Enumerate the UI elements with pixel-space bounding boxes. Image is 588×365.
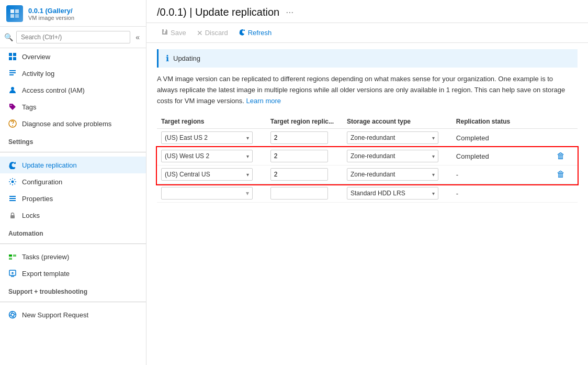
chevron-down-icon: ▾ [432, 135, 435, 141]
svg-rect-17 [9, 200, 16, 201]
storage-value-3: Standard HDD LRS [350, 190, 405, 197]
learn-more-link[interactable]: Learn more [246, 97, 281, 105]
diagnose-icon [8, 119, 17, 128]
replicas-input-1[interactable] [270, 150, 328, 162]
svg-rect-16 [9, 198, 16, 199]
chevron-down-icon: ▾ [246, 135, 249, 141]
status-2: - [456, 171, 458, 179]
overview-icon [8, 52, 17, 61]
sidebar-item-export[interactable]: Export template [0, 265, 146, 282]
replicas-input-2[interactable] [270, 168, 328, 181]
col-header-replicas: Target region replic... [266, 115, 343, 129]
region-select-3[interactable]: ▾ [161, 187, 253, 200]
svg-point-13 [12, 125, 13, 126]
storage-select-2[interactable]: Zone-redundant ▾ [347, 168, 438, 181]
sidebar-item-overview[interactable]: Overview [0, 48, 146, 65]
more-options-icon[interactable]: ··· [286, 7, 293, 18]
sidebar-item-activity-log-label: Activity log [22, 70, 54, 78]
info-icon: ℹ [166, 53, 169, 63]
sidebar-item-tags-label: Tags [22, 103, 36, 111]
chevron-down-icon: ▾ [246, 153, 249, 159]
sidebar-item-tasks[interactable]: Tasks (preview) [0, 248, 146, 265]
export-icon [8, 269, 17, 278]
automation-section-label: Automation [0, 224, 146, 239]
chevron-down-icon: ▾ [432, 172, 435, 178]
description-text: A VM image version can be replicated to … [157, 74, 575, 106]
region-select-0[interactable]: (US) East US 2 ▾ [161, 131, 253, 144]
refresh-button[interactable]: Refresh [234, 26, 276, 39]
lock-icon [8, 211, 17, 219]
storage-select-3[interactable]: Standard HDD LRS ▾ [347, 187, 438, 200]
status-3: - [456, 190, 458, 197]
sidebar-item-iam[interactable]: Access control (IAM) [0, 82, 146, 98]
table-row: ▾ Standard HDD LRS ▾ - [157, 184, 578, 203]
iam-icon [8, 86, 17, 94]
replicas-input-0[interactable] [270, 131, 328, 144]
svg-rect-2 [10, 14, 14, 18]
table-row: (US) East US 2 ▾ Zone-redundant ▾ [157, 129, 578, 147]
sidebar-item-update-replication[interactable]: Update replication [0, 157, 146, 173]
page-title: /0.0.1) | Update replication [157, 6, 279, 18]
save-icon [161, 28, 168, 37]
main-panel: /0.0.1) | Update replication ··· Save ✕ … [146, 0, 588, 365]
content-area: ℹ Updating A VM image version can be rep… [146, 43, 588, 365]
sidebar-item-iam-label: Access control (IAM) [22, 86, 85, 94]
svg-point-11 [11, 87, 14, 90]
discard-button[interactable]: ✕ Discard [193, 27, 232, 39]
svg-rect-6 [9, 57, 12, 60]
sidebar-item-diagnose-label: Diagnose and solve problems [22, 120, 111, 128]
sidebar-item-new-support[interactable]: New Support Request [0, 306, 146, 323]
svg-rect-9 [9, 72, 16, 73]
svg-rect-21 [9, 258, 12, 260]
svg-rect-0 [10, 9, 14, 13]
sidebar-item-support-label: New Support Request [22, 311, 88, 319]
sidebar-item-tasks-label: Tasks (preview) [22, 253, 69, 261]
svg-rect-5 [13, 53, 16, 56]
props-icon [8, 194, 17, 203]
region-value-0: (US) East US 2 [165, 134, 208, 141]
update-icon [8, 161, 17, 169]
delete-row-2-button[interactable]: 🗑 [555, 169, 567, 180]
info-banner: ℹ Updating [157, 49, 578, 68]
storage-select-0[interactable]: Zone-redundant ▾ [347, 131, 438, 144]
search-icon: 🔍 [4, 33, 13, 41]
sidebar-nav: Overview Activity log Access control (IA… [0, 48, 146, 365]
table-row-highlighted-2: (US) Central US ▾ Zone-redundant [157, 165, 578, 184]
collapse-sidebar-button[interactable]: « [133, 32, 142, 42]
sidebar-item-update-label: Update replication [22, 161, 77, 169]
chevron-down-icon: ▾ [432, 191, 435, 196]
log-icon [8, 69, 17, 78]
support-icon [8, 311, 17, 319]
region-select-2[interactable]: (US) Central US ▾ [161, 168, 253, 181]
svg-point-23 [9, 312, 16, 318]
storage-select-1[interactable]: Zone-redundant ▾ [347, 150, 438, 162]
toolbar: Save ✕ Discard Refresh [146, 23, 588, 43]
region-select-1[interactable]: (US) West US 2 ▾ [161, 150, 253, 162]
delete-row-1-button[interactable]: 🗑 [555, 150, 567, 162]
sidebar-item-export-label: Export template [22, 270, 70, 278]
sidebar-item-properties[interactable]: Properties [0, 190, 146, 207]
discard-icon: ✕ [197, 29, 203, 37]
sidebar-item-diagnose[interactable]: Diagnose and solve problems [0, 115, 146, 132]
sidebar-item-activity-log[interactable]: Activity log [0, 65, 146, 82]
chevron-down-icon: ▾ [432, 153, 435, 159]
region-value-2: (US) Central US [165, 171, 210, 178]
sidebar-item-configuration[interactable]: Configuration [0, 173, 146, 190]
svg-rect-3 [15, 14, 19, 18]
sidebar-item-locks-label: Locks [22, 212, 40, 219]
svg-rect-19 [9, 255, 12, 257]
tasks-icon [8, 252, 17, 261]
col-header-status: Replication status [452, 115, 550, 129]
banner-text: Updating [173, 54, 200, 62]
chevron-down-icon: ▾ [246, 190, 249, 197]
table-row-highlighted-1: (US) West US 2 ▾ Zone-redundant [157, 147, 578, 165]
sidebar-item-config-label: Configuration [22, 178, 62, 186]
save-button[interactable]: Save [157, 26, 190, 39]
search-input[interactable] [16, 31, 130, 43]
table-row: (US) West US 2 ▾ Zone-redundant [157, 147, 578, 184]
sidebar-item-locks[interactable]: Locks [0, 207, 146, 224]
col-header-storage: Storage account type [343, 115, 452, 129]
sidebar-item-tags[interactable]: Tags [0, 98, 146, 115]
replicas-input-3[interactable] [270, 187, 328, 200]
sidebar: 0.0.1 (Gallery/ VM image version 🔍 « Ove… [0, 0, 146, 365]
